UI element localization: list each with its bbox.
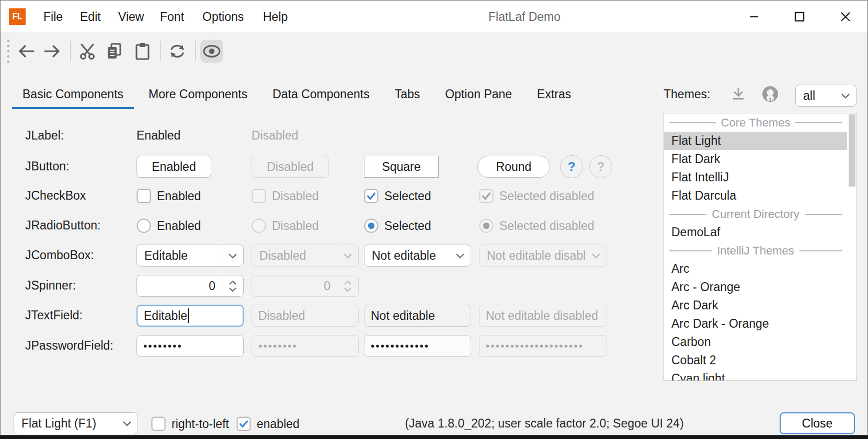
refresh-icon bbox=[169, 43, 186, 60]
spinner-value[interactable]: 0 bbox=[137, 279, 222, 293]
cut-button[interactable] bbox=[76, 33, 99, 70]
menu-font[interactable]: Font bbox=[160, 1, 184, 33]
radio-selected[interactable]: Selected bbox=[364, 218, 431, 233]
radio-disabled: Disabled bbox=[252, 218, 319, 233]
theme-item-arc[interactable]: Arc bbox=[664, 260, 847, 278]
minimize-button[interactable] bbox=[742, 1, 766, 33]
enabled-button[interactable]: Enabled bbox=[136, 156, 211, 178]
radio-selected-disabled: Selected disabled bbox=[479, 218, 595, 233]
password-dots: •••••••••••••••••••• bbox=[486, 340, 584, 352]
checkbox-checked-icon bbox=[364, 189, 379, 203]
theme-separator-label: IntelliJ Themes bbox=[717, 244, 794, 258]
text-caret bbox=[188, 308, 189, 323]
spinner-enabled[interactable]: 0 bbox=[136, 275, 244, 297]
theme-item-label: Carbon bbox=[671, 335, 711, 349]
theme-item-arc-dark-orange[interactable]: Arc Dark - Orange bbox=[664, 315, 847, 333]
theme-item-cobalt-2[interactable]: Cobalt 2 bbox=[664, 351, 847, 369]
theme-item-demolaf[interactable]: DemoLaf bbox=[664, 223, 847, 241]
chevron-up-icon bbox=[344, 281, 351, 285]
tab-data-components[interactable]: Data Components bbox=[260, 79, 382, 109]
show-hidden-toggle-button[interactable] bbox=[200, 40, 223, 63]
github-link-button[interactable] bbox=[761, 79, 779, 109]
themes-filter-combobox[interactable]: all bbox=[795, 85, 856, 107]
maximize-button[interactable] bbox=[787, 1, 812, 33]
theme-item-arc-dark[interactable]: Arc Dark bbox=[664, 296, 847, 315]
combobox-value: Not editable bbox=[364, 249, 450, 263]
toolbar-separator bbox=[160, 41, 161, 61]
paste-button[interactable] bbox=[131, 33, 154, 70]
radio-label: Selected disabled bbox=[499, 219, 595, 233]
spinner-disabled: 0 bbox=[252, 275, 359, 297]
menu-options[interactable]: Options bbox=[202, 1, 244, 33]
theme-item-flat-dark[interactable]: Flat Dark bbox=[664, 150, 847, 168]
combobox-not-editable[interactable]: Not editable bbox=[364, 245, 471, 267]
chevron-down-icon[interactable] bbox=[222, 253, 243, 259]
toolbar-grip[interactable] bbox=[5, 33, 12, 70]
checkbox-selected-disabled: Selected disabled bbox=[479, 189, 595, 203]
chevron-down-icon[interactable] bbox=[117, 421, 138, 426]
menu-file[interactable]: File bbox=[43, 1, 63, 33]
scrollbar-thumb[interactable] bbox=[849, 114, 855, 187]
chevron-down-icon[interactable] bbox=[229, 287, 236, 292]
maximize-icon bbox=[793, 10, 806, 24]
toolbar-separator bbox=[195, 41, 196, 61]
main-tabbar: Basic Components More Components Data Co… bbox=[10, 79, 584, 109]
chevron-down-icon bbox=[337, 253, 358, 259]
refresh-button[interactable] bbox=[166, 33, 189, 70]
jradiobutton-row-label: JRadioButton: bbox=[25, 218, 132, 233]
theme-item-flat-light[interactable]: Flat Light bbox=[664, 132, 847, 150]
laf-selector-combobox[interactable]: Flat Light (F1) bbox=[14, 412, 138, 434]
tab-option-pane[interactable]: Option Pane bbox=[432, 79, 524, 109]
checkbox-selected[interactable]: Selected bbox=[364, 189, 431, 203]
radio-selected-icon bbox=[364, 218, 379, 233]
theme-item-flat-intellij[interactable]: Flat IntelliJ bbox=[664, 168, 847, 187]
theme-item-arc-orange[interactable]: Arc - Orange bbox=[664, 278, 847, 296]
close-button[interactable]: Close bbox=[780, 412, 855, 434]
passwordfield-enabled[interactable]: •••••••• bbox=[136, 335, 244, 357]
themes-list: Core Themes Flat Light Flat Dark Flat In… bbox=[664, 113, 857, 381]
theme-item-cyan-light[interactable]: Cyan light bbox=[664, 369, 847, 381]
forward-button[interactable] bbox=[41, 33, 64, 70]
chevron-down-icon bbox=[835, 93, 856, 99]
checkbox-label: enabled bbox=[257, 417, 300, 431]
chevron-down-icon bbox=[586, 253, 607, 259]
chevron-up-icon[interactable] bbox=[229, 281, 236, 285]
round-button[interactable]: Round bbox=[477, 156, 550, 178]
close-window-button[interactable] bbox=[833, 1, 858, 33]
scissors-icon bbox=[79, 43, 96, 60]
button-label: Square bbox=[382, 160, 420, 174]
menu-edit[interactable]: Edit bbox=[80, 1, 101, 33]
passwordfield-not-editable[interactable]: •••••••••••• bbox=[364, 335, 471, 357]
right-to-left-checkbox[interactable]: right-to-left bbox=[151, 417, 229, 431]
checkbox-enabled[interactable]: Enabled bbox=[136, 189, 201, 203]
button-label: Disabled bbox=[267, 160, 314, 174]
theme-separator: IntelliJ Themes bbox=[664, 241, 847, 260]
enabled-checkbox[interactable]: enabled bbox=[236, 417, 300, 431]
square-button[interactable]: Square bbox=[364, 156, 439, 178]
help-button[interactable]: ? bbox=[560, 155, 583, 178]
back-button[interactable] bbox=[15, 33, 38, 70]
menu-view[interactable]: View bbox=[118, 1, 144, 33]
textfield-not-editable[interactable]: Not editable bbox=[364, 305, 471, 327]
title-bar: FL File Edit View Font Options Help Flat… bbox=[1, 1, 867, 33]
download-theme-button[interactable] bbox=[730, 79, 746, 109]
bottom-separator bbox=[14, 399, 857, 399]
spinner-buttons[interactable] bbox=[222, 281, 243, 292]
chevron-down-icon[interactable] bbox=[450, 253, 471, 259]
tab-label: Data Components bbox=[272, 87, 369, 101]
theme-item-flat-darcula[interactable]: Flat Darcula bbox=[664, 187, 847, 205]
combobox-editable[interactable]: Editable bbox=[136, 245, 244, 267]
tab-tabs[interactable]: Tabs bbox=[382, 79, 433, 109]
copy-button[interactable] bbox=[102, 33, 125, 70]
tab-extras[interactable]: Extras bbox=[524, 79, 584, 109]
spinner-buttons bbox=[337, 281, 358, 292]
theme-item-carbon[interactable]: Carbon bbox=[664, 333, 847, 351]
textfield-editable[interactable]: Editable bbox=[136, 305, 244, 327]
tab-basic-components[interactable]: Basic Components bbox=[10, 79, 136, 109]
radio-enabled[interactable]: Enabled bbox=[136, 218, 201, 233]
tab-more-components[interactable]: More Components bbox=[136, 79, 260, 109]
toolbar bbox=[1, 33, 867, 70]
combobox-value: Not editable disabled bbox=[479, 249, 586, 263]
menu-help[interactable]: Help bbox=[263, 1, 288, 33]
theme-item-label: Arc Dark - Orange bbox=[671, 317, 769, 331]
